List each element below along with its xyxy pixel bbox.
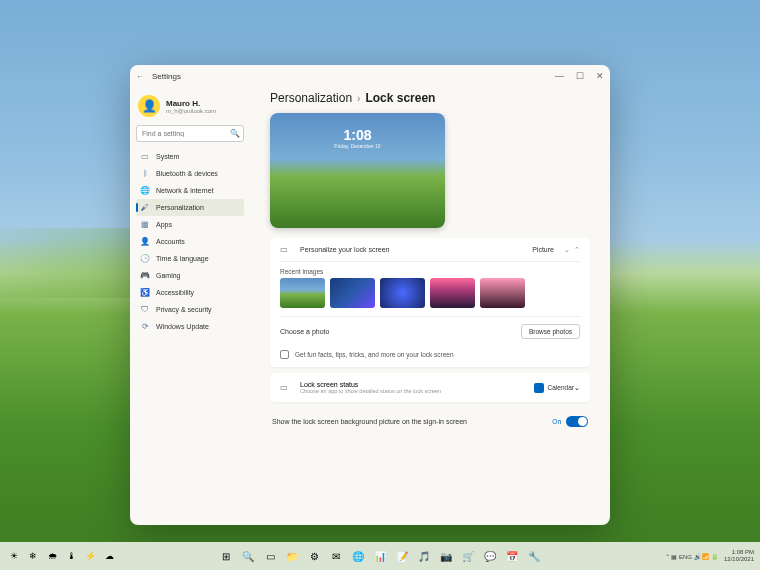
weather-icon[interactable]: ☀ xyxy=(6,548,22,564)
main-content: Personalization › Lock screen 1:08 Frida… xyxy=(250,87,610,525)
breadcrumb-current: Lock screen xyxy=(365,91,435,105)
app-button[interactable]: 📝 xyxy=(393,547,411,565)
tray-icons[interactable]: ⌃ ▦ ENG 🔊 📶 🔋 xyxy=(665,553,718,560)
explorer-button[interactable]: 📁 xyxy=(283,547,301,565)
status-label: Lock screen status xyxy=(300,381,441,388)
nav-personalization[interactable]: 🖌Personalization xyxy=(136,199,244,216)
signin-picture-row: Show the lock screen background picture … xyxy=(270,408,590,435)
nav-list: ▭System ᛒBluetooth & devices 🌐Network & … xyxy=(136,148,244,335)
breadcrumb: Personalization › Lock screen xyxy=(270,91,590,105)
privacy-icon: 🛡 xyxy=(140,305,150,314)
taskbar-widgets[interactable]: ☀ ❄ 🌧 🌡 ⚡ ☁ xyxy=(6,548,117,564)
start-button[interactable]: ⊞ xyxy=(217,547,235,565)
back-button[interactable]: ← xyxy=(136,72,144,81)
search-button[interactable]: 🔍 xyxy=(239,547,257,565)
chevron-up-icon[interactable]: ⌃ xyxy=(574,246,580,254)
mail-button[interactable]: ✉ xyxy=(327,547,345,565)
lock-screen-status-row[interactable]: ▭ Lock screen status Choose an app to sh… xyxy=(270,373,590,402)
personalize-label: Personalize your lock screen xyxy=(300,246,532,253)
accounts-icon: 👤 xyxy=(140,237,150,246)
nav-system[interactable]: ▭System xyxy=(136,148,244,165)
search-icon: 🔍 xyxy=(230,129,240,138)
widget-icon[interactable]: 🌧 xyxy=(44,548,60,564)
edge-button[interactable]: 🌐 xyxy=(349,547,367,565)
app-button[interactable]: 📊 xyxy=(371,547,389,565)
profile-email: m_h@outlook.com xyxy=(166,108,216,114)
close-button[interactable]: ✕ xyxy=(596,71,604,81)
thumb-5[interactable] xyxy=(480,278,525,308)
nav-bluetooth[interactable]: ᛒBluetooth & devices xyxy=(136,165,244,182)
personalize-card: ▭ Personalize your lock screen Picture ⌄… xyxy=(270,238,590,367)
nav-network[interactable]: 🌐Network & internet xyxy=(136,182,244,199)
profile-name: Mauro H. xyxy=(166,99,216,108)
personalize-row[interactable]: ▭ Personalize your lock screen Picture ⌄… xyxy=(270,238,590,261)
system-icon: ▭ xyxy=(140,152,150,161)
browse-photos-button[interactable]: Browse photos xyxy=(521,324,580,339)
search-box[interactable]: 🔍 xyxy=(136,125,244,142)
thumb-3[interactable] xyxy=(380,278,425,308)
recent-images xyxy=(270,278,590,316)
signin-picture-label: Show the lock screen background picture … xyxy=(272,418,552,425)
app-button[interactable]: 🎵 xyxy=(415,547,433,565)
fun-facts-row: Get fun facts, tips, tricks, and more on… xyxy=(270,346,590,367)
store-button[interactable]: 🛒 xyxy=(459,547,477,565)
status-value: Calendar xyxy=(548,384,574,391)
titlebar: ← Settings — ☐ ✕ xyxy=(130,65,610,87)
nav-accounts[interactable]: 👤Accounts xyxy=(136,233,244,250)
calendar-icon xyxy=(534,383,544,393)
apps-icon: ▦ xyxy=(140,220,150,229)
widget-icon[interactable]: ☁ xyxy=(101,548,117,564)
chevron-down-icon[interactable]: ⌄ xyxy=(574,384,580,392)
nav-accessibility[interactable]: ♿Accessibility xyxy=(136,284,244,301)
recent-images-label: Recent images xyxy=(270,262,590,278)
taskbar-clock[interactable]: 1:08 PM 12/10/2021 xyxy=(724,549,754,562)
accessibility-icon: ♿ xyxy=(140,288,150,297)
preview-date: Friday, December 10 xyxy=(334,143,380,149)
thumb-4[interactable] xyxy=(430,278,475,308)
chat-button[interactable]: 💬 xyxy=(481,547,499,565)
personalization-icon: 🖌 xyxy=(140,203,150,212)
app-button[interactable]: 🔧 xyxy=(525,547,543,565)
picture-icon: ▭ xyxy=(280,245,292,254)
status-icon: ▭ xyxy=(280,383,292,392)
taskview-button[interactable]: ▭ xyxy=(261,547,279,565)
taskbar: ☀ ❄ 🌧 🌡 ⚡ ☁ ⊞ 🔍 ▭ 📁 ⚙ ✉ 🌐 📊 📝 🎵 📷 🛒 💬 📅 … xyxy=(0,542,760,570)
gaming-icon: 🎮 xyxy=(140,271,150,280)
update-icon: ⟳ xyxy=(140,322,150,331)
nav-gaming[interactable]: 🎮Gaming xyxy=(136,267,244,284)
thumb-1[interactable] xyxy=(280,278,325,308)
app-button[interactable]: 📷 xyxy=(437,547,455,565)
settings-button[interactable]: ⚙ xyxy=(305,547,323,565)
window-title: Settings xyxy=(152,72,555,81)
widget-icon[interactable]: 🌡 xyxy=(63,548,79,564)
network-icon: 🌐 xyxy=(140,186,150,195)
fun-facts-checkbox[interactable] xyxy=(280,350,289,359)
taskbar-center: ⊞ 🔍 ▭ 📁 ⚙ ✉ 🌐 📊 📝 🎵 📷 🛒 💬 📅 🔧 xyxy=(217,547,543,565)
maximize-button[interactable]: ☐ xyxy=(576,71,584,81)
nav-time[interactable]: 🕒Time & language xyxy=(136,250,244,267)
widget-icon[interactable]: ⚡ xyxy=(82,548,98,564)
nav-update[interactable]: ⟳Windows Update xyxy=(136,318,244,335)
status-sub: Choose an app to show detailed status on… xyxy=(300,388,441,394)
minimize-button[interactable]: — xyxy=(555,71,564,81)
chevron-right-icon: › xyxy=(357,93,360,104)
choose-photo-row: Choose a photo Browse photos xyxy=(270,317,590,346)
app-button[interactable]: 📅 xyxy=(503,547,521,565)
signin-picture-toggle[interactable] xyxy=(566,416,588,427)
personalize-value[interactable]: Picture xyxy=(532,246,554,253)
chevron-down-icon[interactable]: ⌄ xyxy=(564,246,570,254)
sidebar: 👤 Mauro H. m_h@outlook.com 🔍 ▭System ᛒBl… xyxy=(130,87,250,525)
breadcrumb-parent[interactable]: Personalization xyxy=(270,91,352,105)
nav-apps[interactable]: ▦Apps xyxy=(136,216,244,233)
preview-time: 1:08 xyxy=(334,127,380,143)
widget-icon[interactable]: ❄ xyxy=(25,548,41,564)
time-icon: 🕒 xyxy=(140,254,150,263)
nav-privacy[interactable]: 🛡Privacy & security xyxy=(136,301,244,318)
fun-facts-label: Get fun facts, tips, tricks, and more on… xyxy=(295,351,454,358)
bluetooth-icon: ᛒ xyxy=(140,169,150,178)
thumb-2[interactable] xyxy=(330,278,375,308)
system-tray[interactable]: ⌃ ▦ ENG 🔊 📶 🔋 1:08 PM 12/10/2021 xyxy=(665,549,754,562)
profile[interactable]: 👤 Mauro H. m_h@outlook.com xyxy=(136,91,244,125)
avatar: 👤 xyxy=(138,95,160,117)
search-input[interactable] xyxy=(142,130,230,137)
